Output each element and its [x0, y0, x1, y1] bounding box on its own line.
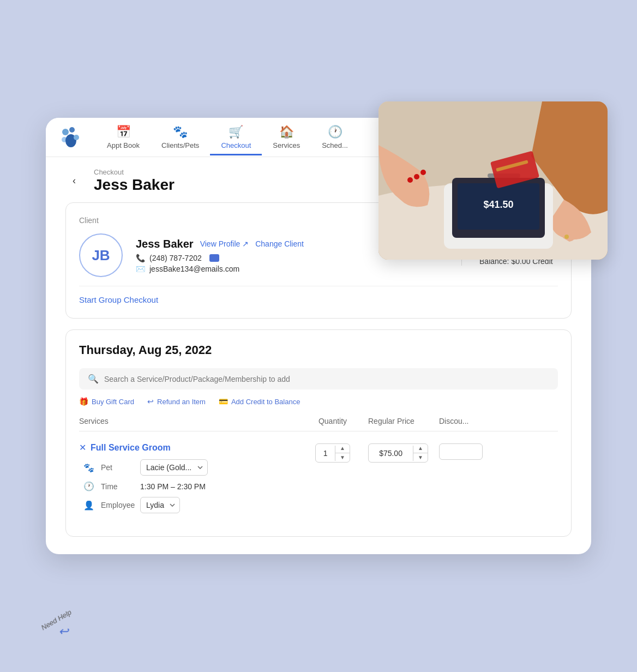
- clients-pets-icon: 🐾: [173, 125, 188, 139]
- employee-icon: 👤: [83, 500, 94, 511]
- nav-item-checkout[interactable]: 🛒 Checkout: [210, 121, 262, 155]
- svg-point-10: [420, 170, 426, 175]
- svg-point-14: [69, 127, 75, 133]
- nav-item-checkout-label: Checkout: [221, 141, 251, 149]
- add-credit-link[interactable]: 💳 Add Credit to Balance: [219, 397, 300, 406]
- price-value: $75.00: [369, 446, 413, 461]
- time-label: Time: [101, 482, 134, 491]
- employee-label: Employee: [101, 501, 134, 509]
- help-icon: ↩: [58, 625, 68, 639]
- table-header: Services Quantity Regular Price Discou..…: [79, 417, 558, 431]
- start-group-row: Start Group Checkout: [79, 286, 558, 305]
- table-row: ✕ Full Service Groom 🐾 Pet Lacie (Gold..…: [79, 438, 558, 523]
- price-up-button[interactable]: ▲: [413, 444, 428, 453]
- pet-icon: 🐾: [83, 463, 94, 473]
- appt-book-icon: 📅: [116, 125, 131, 139]
- service-details: 🐾 Pet Lacie (Gold... 🕐 Time 1:30 P: [79, 459, 297, 513]
- service-name: Full Service Groom: [91, 443, 171, 453]
- action-links: 🎁 Buy Gift Card ↩ Refund an Item 💳 Add C…: [79, 397, 558, 406]
- page-title: Jess Baker: [94, 176, 175, 194]
- refund-item-link[interactable]: ↩ Refund an Item: [147, 397, 206, 406]
- svg-point-11: [414, 174, 419, 179]
- search-icon: 🔍: [88, 374, 99, 384]
- need-help[interactable]: Need Help ↩: [40, 608, 81, 646]
- message-icon[interactable]: [209, 254, 219, 262]
- email-icon: ✉️: [136, 265, 145, 273]
- back-button[interactable]: ‹: [65, 172, 83, 190]
- pet-select[interactable]: Lacie (Gold...: [140, 459, 208, 476]
- quantity-cell: 1 ▲ ▼: [297, 442, 368, 463]
- app-logo: [59, 125, 83, 149]
- price-arrows: ▲ ▼: [413, 444, 428, 462]
- buy-gift-card-link[interactable]: 🎁 Buy Gift Card: [79, 397, 134, 406]
- pet-detail-row: 🐾 Pet Lacie (Gold...: [83, 459, 297, 476]
- price-spinner[interactable]: $75.00 ▲ ▼: [368, 443, 428, 463]
- svg-point-13: [62, 129, 69, 135]
- nav-item-appt-book[interactable]: 📅 Appt Book: [96, 121, 151, 155]
- breadcrumb: Checkout: [94, 168, 175, 176]
- avatar: JB: [79, 233, 123, 277]
- svg-point-17: [74, 135, 79, 140]
- col-header-price: Regular Price: [368, 417, 439, 425]
- phone-icon: 📞: [136, 254, 145, 262]
- price-cell: $75.00 ▲ ▼: [368, 442, 439, 463]
- start-group-checkout-button[interactable]: Start Group Checkout: [79, 295, 158, 304]
- change-client-link[interactable]: Change Client: [255, 239, 304, 248]
- quantity-up-button[interactable]: ▲: [335, 444, 350, 453]
- refund-icon: ↩: [147, 397, 154, 406]
- nav-items: 📅 Appt Book 🐾 Clients/Pets 🛒 Checkout 🏠 …: [96, 120, 359, 155]
- remove-service-button[interactable]: ✕: [79, 442, 86, 453]
- col-header-services: Services: [79, 417, 297, 425]
- quantity-arrows: ▲ ▼: [335, 444, 350, 462]
- services-icon: 🏠: [279, 125, 294, 139]
- search-bar[interactable]: 🔍: [79, 368, 558, 389]
- nav-item-clients-pets-label: Clients/Pets: [161, 141, 199, 149]
- pet-label: Pet: [101, 463, 134, 472]
- time-detail-row: 🕐 Time 1:30 PM – 2:30 PM: [83, 481, 297, 491]
- quantity-down-button[interactable]: ▼: [335, 453, 350, 462]
- nav-item-services-label: Services: [273, 141, 300, 149]
- employee-detail-row: 👤 Employee Lydia: [83, 497, 297, 513]
- discount-cell: [439, 442, 558, 460]
- col-header-quantity: Quantity: [297, 417, 368, 425]
- price-down-button[interactable]: ▼: [413, 453, 428, 462]
- nav-item-schedule-label: Sched...: [322, 141, 348, 149]
- quantity-value: 1: [316, 446, 335, 461]
- svg-point-12: [407, 177, 413, 183]
- credit-icon: 💳: [219, 397, 228, 406]
- service-name-cell: ✕ Full Service Groom 🐾 Pet Lacie (Gold..…: [79, 442, 297, 519]
- view-profile-link[interactable]: View Profile ↗: [200, 239, 249, 248]
- quantity-spinner[interactable]: 1 ▲ ▼: [315, 443, 350, 463]
- time-icon: 🕐: [83, 481, 94, 491]
- svg-point-2: [564, 235, 569, 239]
- client-name: Jess Baker: [136, 238, 194, 250]
- schedule-icon: 🕐: [328, 125, 342, 139]
- col-header-discount: Discou...: [439, 417, 558, 425]
- nav-item-schedule[interactable]: 🕐 Sched...: [311, 121, 359, 155]
- nav-item-clients-pets[interactable]: 🐾 Clients/Pets: [151, 121, 210, 155]
- email-row: ✉️ jessBake134@emails.com: [136, 265, 440, 273]
- employee-select[interactable]: Lydia: [140, 497, 180, 513]
- services-section: Thursday, Aug 25, 2022 🔍 🎁 Buy Gift Card…: [65, 329, 572, 537]
- header-text: Checkout Jess Baker: [94, 168, 175, 194]
- discount-input[interactable]: [439, 443, 483, 460]
- nav-item-appt-book-label: Appt Book: [107, 141, 140, 149]
- date-header: Thursday, Aug 25, 2022: [79, 343, 558, 357]
- nav-item-services[interactable]: 🏠 Services: [262, 121, 311, 155]
- pos-photo: $41.50: [378, 101, 608, 260]
- checkout-icon: 🛒: [229, 125, 243, 139]
- time-value: 1:30 PM – 2:30 PM: [140, 482, 206, 491]
- services-table: Services Quantity Regular Price Discou..…: [79, 417, 558, 523]
- search-input[interactable]: [104, 375, 549, 383]
- svg-text:$41.50: $41.50: [483, 199, 513, 210]
- service-name-row: ✕ Full Service Groom: [79, 442, 297, 453]
- gift-card-icon: 🎁: [79, 397, 88, 406]
